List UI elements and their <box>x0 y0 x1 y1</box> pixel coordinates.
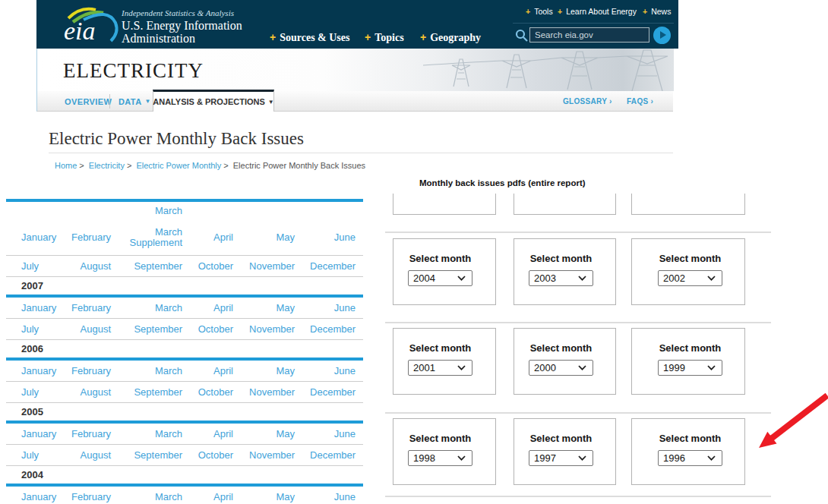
month-link-january[interactable]: January <box>21 302 56 313</box>
month-cell: November <box>233 324 295 335</box>
month-link-june[interactable]: June <box>334 491 356 502</box>
select-month-box-1999: Select month1999 <box>631 328 745 395</box>
month-link-may[interactable]: May <box>276 232 295 243</box>
month-link-december[interactable]: December <box>310 323 356 335</box>
month-link-may[interactable]: May <box>276 491 295 502</box>
top-link-tools[interactable]: +Tools <box>526 7 553 16</box>
year-select-1999[interactable]: 1999 <box>658 360 722 376</box>
crumb-electricity[interactable]: Electricity <box>89 161 125 170</box>
month-link-january[interactable]: January <box>21 365 56 376</box>
month-link-february[interactable]: February <box>71 232 111 243</box>
year-select-1997[interactable]: 1997 <box>529 450 593 466</box>
month-link-march[interactable]: March <box>155 491 182 502</box>
month-link-march[interactable]: March <box>155 365 182 376</box>
month-link-november[interactable]: November <box>249 260 295 272</box>
site-header: eia Independent Statistics & Analysis U.… <box>36 0 678 49</box>
year-select-value: 2001 <box>413 362 435 373</box>
month-link-april[interactable]: April <box>213 232 233 243</box>
month-link-may[interactable]: May <box>276 365 295 376</box>
month-link-may[interactable]: May <box>276 428 295 439</box>
year-label-2005: 2005 <box>6 403 363 421</box>
month-link-december[interactable]: December <box>310 260 356 272</box>
crumb-current: Electric Power Monthly Back Issues <box>233 161 365 170</box>
year-select-value: 1996 <box>663 452 685 464</box>
select-month-box-2002: Select month2002 <box>631 238 745 305</box>
nav-sources-uses[interactable]: +Sources & Uses <box>270 31 349 44</box>
month-link-july[interactable]: July <box>21 386 39 398</box>
month-link-april[interactable]: April <box>213 365 233 376</box>
month-link-august[interactable]: August <box>81 323 111 335</box>
month-link-may[interactable]: May <box>276 302 295 313</box>
link-faqs[interactable]: FAQS › <box>627 91 653 112</box>
month-link-february[interactable]: February <box>71 365 111 376</box>
chevron-down-icon <box>578 276 586 281</box>
month-link-november[interactable]: November <box>249 449 295 461</box>
year-select-2002[interactable]: 2002 <box>658 270 722 286</box>
month-link-november[interactable]: November <box>249 323 295 335</box>
month-link-march-supplement[interactable]: March Supplement <box>130 226 182 248</box>
year-select-2000[interactable]: 2000 <box>529 360 593 376</box>
month-link-october[interactable]: October <box>198 323 233 335</box>
top-link-learn-about-energy[interactable]: +Learn About Energy <box>558 7 637 16</box>
search-input[interactable] <box>529 27 649 43</box>
year-select-1996[interactable]: 1996 <box>658 450 722 466</box>
transmission-towers-art <box>423 49 674 91</box>
month-link-april[interactable]: April <box>213 491 233 502</box>
chevron-down-icon <box>707 276 716 281</box>
search-go-button[interactable] <box>653 27 671 44</box>
nav-geography[interactable]: +Geography <box>420 31 481 44</box>
month-link-march[interactable]: March <box>155 428 182 439</box>
top-link-news[interactable]: +News <box>643 7 671 16</box>
month-link-december[interactable]: December <box>310 386 356 398</box>
chevron-down-icon <box>457 276 466 281</box>
month-link-october[interactable]: October <box>198 449 233 461</box>
month-link-february[interactable]: February <box>71 302 111 313</box>
tab-data[interactable]: DATA▼ <box>119 91 151 112</box>
select-month-box-2000: Select month2000 <box>514 328 616 395</box>
month-link-june[interactable]: June <box>334 302 356 313</box>
year-select-value: 2000 <box>534 362 556 373</box>
month-cell: January <box>6 366 61 376</box>
month-link-july[interactable]: July <box>21 449 39 461</box>
month-link-august[interactable]: August <box>81 449 111 461</box>
month-link-february[interactable]: February <box>71 491 111 502</box>
link-glossary[interactable]: GLOSSARY › <box>563 91 612 112</box>
month-link-january[interactable]: January <box>21 232 56 243</box>
month-link-september[interactable]: September <box>134 323 182 335</box>
year-select-2001[interactable]: 2001 <box>408 360 472 376</box>
month-link-january[interactable]: January <box>21 491 56 502</box>
month-link-june[interactable]: June <box>334 428 356 439</box>
month-link-october[interactable]: October <box>198 386 233 398</box>
month-cell: January <box>6 232 61 243</box>
tab-overview[interactable]: OVERVIEW <box>65 91 112 112</box>
year-select-2004[interactable]: 2004 <box>408 270 472 286</box>
month-link-june[interactable]: June <box>334 232 356 243</box>
month-link-june[interactable]: June <box>334 365 356 376</box>
year-select-2003[interactable]: 2003 <box>529 270 593 286</box>
month-link-september[interactable]: September <box>134 260 182 272</box>
chevron-down-icon <box>707 365 716 370</box>
month-link-december[interactable]: December <box>310 449 356 461</box>
page: eia Independent Statistics & Analysis U.… <box>0 0 828 504</box>
month-link-september[interactable]: September <box>134 449 182 461</box>
month-link-july[interactable]: July <box>21 260 39 272</box>
month-link-september[interactable]: September <box>134 386 182 398</box>
crumb-epm[interactable]: Electric Power Monthly <box>136 161 221 170</box>
month-link-january[interactable]: January <box>21 428 56 439</box>
month-link-march[interactable]: March <box>155 302 182 313</box>
month-link-april[interactable]: April <box>213 302 233 313</box>
month-link-march[interactable]: March <box>155 205 182 216</box>
month-link-november[interactable]: November <box>249 386 295 398</box>
month-link-october[interactable]: October <box>198 260 233 272</box>
header-tagline: Independent Statistics & Analysis <box>122 8 234 17</box>
crumb-home[interactable]: Home <box>55 161 77 170</box>
year-select-1998[interactable]: 1998 <box>408 450 472 466</box>
month-link-february[interactable]: February <box>71 428 111 439</box>
month-link-august[interactable]: August <box>81 386 111 398</box>
month-link-april[interactable]: April <box>213 428 233 439</box>
month-link-august[interactable]: August <box>81 260 111 272</box>
nav-topics[interactable]: +Topics <box>365 31 404 44</box>
month-link-july[interactable]: July <box>21 323 39 335</box>
month-cell: June <box>295 492 356 502</box>
tab-analysis-projections[interactable]: ANALYSIS & PROJECTIONS▼ <box>153 90 274 112</box>
